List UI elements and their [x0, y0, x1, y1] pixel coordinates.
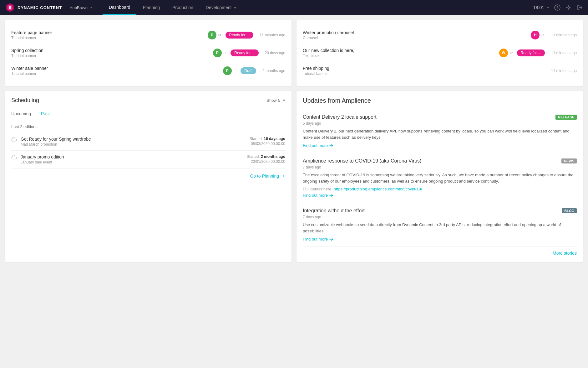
content-item: Feature page banner Tutorial banner P +1… [11, 26, 285, 44]
avatar-group: P +1 [208, 31, 222, 39]
avatar: P [208, 31, 216, 39]
status-badge[interactable]: Ready for ... [231, 49, 258, 56]
status-badge[interactable]: Ready for ... [517, 49, 545, 56]
update-tag-blog: BLOG [562, 208, 577, 213]
update-text: Content Delivery 2, our next generation … [303, 128, 577, 140]
update-header: Content Delivery 2 locale support RELEAS… [303, 114, 577, 120]
find-out-more-link[interactable]: Find out more [303, 237, 333, 241]
find-out-more-label: Find out more [303, 237, 328, 241]
show-chevron-icon [283, 100, 285, 101]
updates-title: Updates from Amplience [303, 97, 577, 104]
update-title: Amplience response to COVID-19 (aka Coro… [303, 158, 421, 164]
content-item: Free shipping Tutorial banner 11 minutes… [303, 62, 577, 80]
tab-planning[interactable]: Planning [136, 1, 166, 14]
content-item-subtitle: Tutorial banner [11, 71, 219, 76]
main-nav-tabs: Dashboard Planning Production Developmen… [103, 0, 243, 15]
update-header: Integration without the effort BLOG [303, 208, 577, 214]
content-item-title: Winter promotion carousel [303, 30, 527, 35]
item-time: 2 months ago [262, 69, 285, 73]
content-item-title: Our new collection is here, [303, 48, 495, 53]
update-title: Integration without the effort [303, 208, 365, 214]
find-out-more-label: Find out more [303, 143, 328, 148]
update-text: Use customizable webhooks to send data d… [303, 222, 577, 234]
content-item: Spring collection Tutorial banner P +1 R… [11, 44, 285, 62]
content-item-title: Winter sale banner [11, 66, 219, 71]
show-control[interactable]: Show 5 [266, 98, 285, 103]
app-name: DYNAMIC CONTENT [18, 5, 62, 10]
edition-dates: Started: 16 days ago 08/03/2020 00:00:00 [250, 137, 285, 146]
hub-selector[interactable]: HubBravo [67, 4, 95, 11]
scheduling-card: Scheduling Show 5 Upcoming Past Last 2 e… [5, 91, 291, 262]
content-item-info: Feature page banner Tutorial banner [11, 30, 204, 40]
content-item-title: Free shipping [303, 66, 545, 71]
started-label: Started: [250, 137, 264, 141]
find-out-more-link[interactable]: Find out more [303, 193, 333, 198]
edition-item: January promo edition January sale event… [11, 151, 285, 168]
started-label: Started: [247, 154, 261, 159]
logout-icon[interactable] [577, 4, 583, 11]
hub-name: HubBravo [69, 5, 88, 10]
top-navigation: DYNAMIC CONTENT HubBravo Dashboard Plann… [0, 0, 588, 15]
more-stories-label: More stories [553, 251, 577, 256]
time-chevron-icon [547, 7, 549, 8]
date-line: 08/03/2020 00:00:00 [250, 142, 285, 146]
tab-dashboard[interactable]: Dashboard [103, 0, 137, 15]
status-badge[interactable]: Draft [241, 67, 256, 74]
find-out-more-link[interactable]: Find out more [303, 143, 333, 148]
edition-info: Get Ready for your Spring wardrobe Mad M… [21, 137, 246, 147]
avatar-group: P +1 [213, 49, 227, 57]
nav-right-controls: 18:01 ? [533, 4, 583, 11]
avatar: H [531, 31, 540, 39]
status-badge[interactable]: Ready for ... [226, 32, 253, 39]
tab-past[interactable]: Past [36, 109, 55, 119]
scheduling-title: Scheduling [11, 97, 39, 104]
arrow-right-small-icon [329, 193, 333, 198]
svg-point-5 [568, 7, 570, 8]
settings-icon[interactable] [565, 4, 572, 11]
update-item: Integration without the effort BLOG 7 da… [303, 203, 577, 247]
item-time: 11 minutes ago [551, 33, 577, 37]
content-item-title: Spring collection [11, 48, 209, 53]
time-value: 18:01 [533, 5, 544, 10]
covid-link[interactable]: https://productblog.amplience.com/blog/c… [334, 187, 422, 191]
update-date: 5 days ago [303, 121, 577, 126]
avatar-count: +1 [233, 69, 237, 73]
edition-title: Get Ready for your Spring wardrobe [21, 137, 246, 142]
section-label: Last 2 editions [11, 124, 285, 129]
arrow-right-icon [280, 174, 285, 179]
more-stories-link[interactable]: More stories [303, 247, 577, 256]
help-icon[interactable]: ? [554, 4, 560, 11]
update-header: Amplience response to COVID-19 (aka Coro… [303, 158, 577, 164]
update-date: 7 days ago [303, 165, 577, 169]
edition-info: January promo edition January sale event [21, 154, 243, 164]
content-item: Our new collection is here, Text block W… [303, 44, 577, 62]
avatar: P [223, 66, 232, 75]
tab-production[interactable]: Production [166, 1, 200, 14]
tab-development[interactable]: Development [200, 1, 243, 14]
logo-area[interactable]: DYNAMIC CONTENT [5, 3, 62, 13]
edition-cloud-icon [11, 137, 17, 143]
update-title: Content Delivery 2 locale support [303, 114, 377, 120]
update-date: 7 days ago [303, 215, 577, 219]
time-display: 18:01 [533, 5, 549, 10]
hub-chevron-icon [90, 7, 93, 8]
edition-item: Get Ready for your Spring wardrobe Mad M… [11, 133, 285, 151]
edition-title: January promo edition [21, 154, 243, 159]
item-time: 11 minutes ago [551, 51, 577, 55]
update-tag-news: NEWS [561, 158, 577, 163]
content-item: Winter sale banner Tutorial banner P +1 … [11, 62, 285, 80]
content-item: Winter promotion carousel Carousel H +1 … [303, 26, 577, 44]
app-logo-icon [5, 3, 15, 13]
update-link: Full details here: https://productblog.a… [303, 187, 577, 191]
go-to-planning-link[interactable]: Go to Planning [11, 174, 285, 179]
show-count: 5 [278, 98, 280, 103]
started-value: 16 days ago [264, 137, 285, 141]
tab-upcoming[interactable]: Upcoming [11, 109, 36, 119]
svg-text:?: ? [556, 6, 558, 10]
content-item-info: Winter sale banner Tutorial banner [11, 66, 219, 76]
content-item-title: Feature page banner [11, 30, 204, 35]
left-content-card: Feature page banner Tutorial banner P +1… [5, 20, 291, 86]
date-line: 20/01/2020 00:00:00 [247, 159, 285, 164]
content-item-subtitle: Carousel [303, 36, 527, 40]
development-chevron-icon [234, 7, 236, 9]
